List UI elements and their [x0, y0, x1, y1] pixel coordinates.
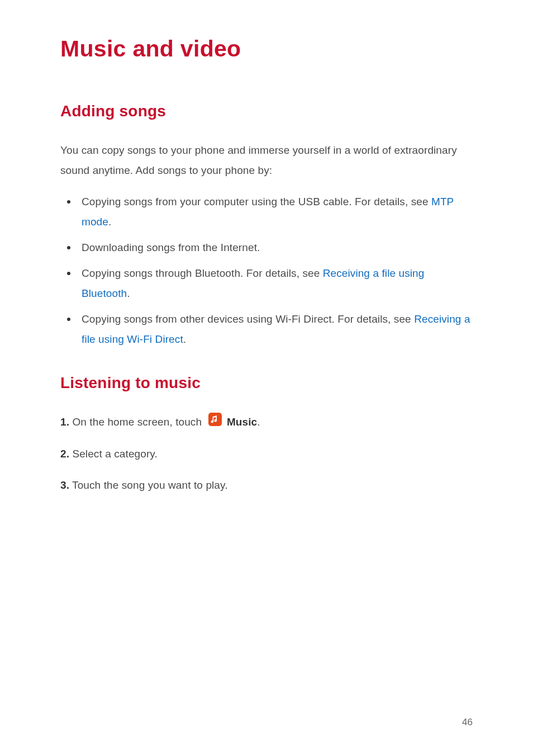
list-item-text: Copying songs from other devices using W… — [82, 313, 414, 325]
bullet-icon — [67, 246, 70, 249]
step-number: 1. — [60, 416, 69, 428]
page-number: 46 — [462, 717, 473, 728]
bullet-icon — [67, 318, 70, 321]
bullet-icon — [67, 200, 70, 204]
section2-heading: Listening to music — [60, 374, 473, 392]
step-text: On the home screen, touch — [69, 416, 204, 428]
list-item: 1. On the home screen, touch Music. — [60, 412, 473, 433]
list-item: Copying songs from your computer using t… — [60, 192, 473, 232]
list-item: Copying songs from other devices using W… — [60, 309, 473, 349]
svg-rect-0 — [208, 413, 222, 426]
section2-steps: 1. On the home screen, touch Music. 2. S… — [60, 412, 473, 495]
list-item-suffix: . — [127, 287, 130, 299]
list-item: Copying songs through Bluetooth. For det… — [60, 263, 473, 304]
list-item-suffix: . — [108, 216, 111, 228]
section1-heading: Adding songs — [60, 102, 473, 120]
step-suffix: . — [257, 416, 260, 428]
list-item-text: Copying songs from your computer using t… — [82, 196, 431, 207]
step-app-name: Music — [227, 416, 257, 428]
step-number: 3. — [60, 479, 69, 491]
music-icon — [208, 413, 222, 433]
page-container: Music and video Adding songs You can cop… — [0, 0, 533, 495]
list-item: 3. Touch the song you want to play. — [60, 475, 473, 495]
step-text: Select a category. — [69, 448, 158, 460]
section1-bullet-list: Copying songs from your computer using t… — [60, 192, 473, 349]
list-item: 2. Select a category. — [60, 444, 473, 464]
list-item-suffix: . — [183, 333, 186, 345]
list-item-text: Downloading songs from the Internet. — [82, 242, 260, 253]
step-text: Touch the song you want to play. — [69, 479, 228, 491]
step-number: 2. — [60, 448, 69, 460]
section1-intro: You can copy songs to your phone and imm… — [60, 140, 473, 181]
list-item-text: Copying songs through Bluetooth. For det… — [82, 267, 323, 279]
list-item: Downloading songs from the Internet. — [60, 238, 473, 258]
bullet-icon — [67, 272, 70, 275]
document-title: Music and video — [60, 36, 473, 62]
